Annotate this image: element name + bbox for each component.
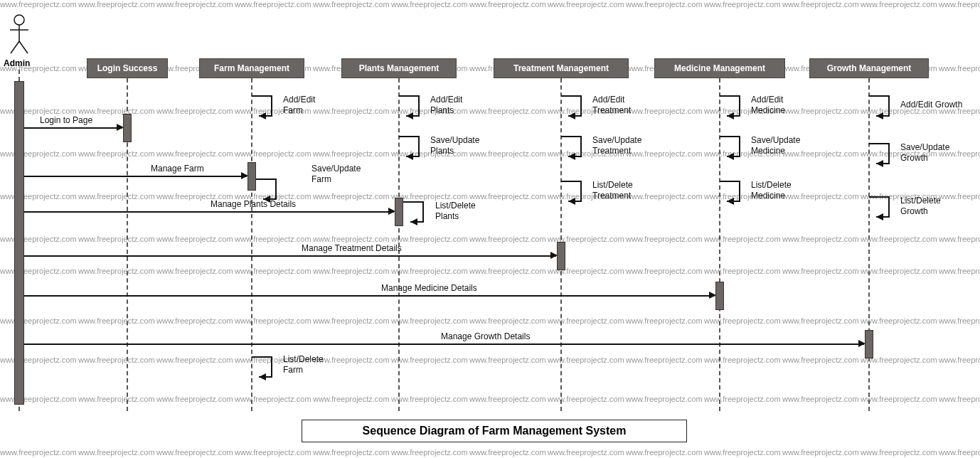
participant-medicine: Medicine Management xyxy=(654,58,785,78)
watermark: www.freeprojectz.com xyxy=(156,235,233,243)
watermark: www.freeprojectz.com xyxy=(0,0,77,9)
watermark: www.freeprojectz.com xyxy=(626,267,703,275)
msg-farm-arrow xyxy=(241,172,248,179)
msg-medicine-line xyxy=(24,295,715,297)
svg-marker-7 xyxy=(259,373,266,380)
watermark: www.freeprojectz.com xyxy=(704,395,781,403)
svg-marker-15 xyxy=(727,153,734,160)
lifeline-medicine xyxy=(719,78,720,411)
watermark: www.freeprojectz.com xyxy=(939,356,980,364)
watermark: www.freeprojectz.com xyxy=(469,235,546,243)
svg-point-0 xyxy=(14,15,24,25)
watermark: www.freeprojectz.com xyxy=(861,0,937,9)
watermark: www.freeprojectz.com xyxy=(78,356,155,364)
self-growth-saveupdate-label: Save/Update xyxy=(900,142,949,152)
watermark: www.freeprojectz.com xyxy=(391,448,468,457)
watermark: www.freeprojectz.com xyxy=(626,395,703,403)
activation-farm xyxy=(247,162,256,191)
watermark: www.freeprojectz.com xyxy=(156,316,233,325)
watermark: www.freeprojectz.com xyxy=(235,235,311,243)
msg-plants-line xyxy=(24,211,394,213)
watermark: www.freeprojectz.com xyxy=(548,448,624,457)
watermark: www.freeprojectz.com xyxy=(626,235,703,243)
watermark: www.freeprojectz.com xyxy=(313,235,390,243)
watermark: www.freeprojectz.com xyxy=(313,267,390,275)
watermark: www.freeprojectz.com xyxy=(626,356,703,364)
watermark: www.freeprojectz.com xyxy=(313,149,390,158)
watermark: www.freeprojectz.com xyxy=(78,395,155,403)
watermark: www.freeprojectz.com xyxy=(391,0,468,9)
lifeline-growth xyxy=(868,78,870,411)
watermark: www.freeprojectz.com xyxy=(469,192,546,201)
msg-login-label: Login to Page xyxy=(40,115,92,125)
svg-marker-16 xyxy=(727,198,734,205)
activation-login xyxy=(123,114,132,142)
self-growth-listdelete-label: List/Delete xyxy=(900,196,941,206)
watermark: www.freeprojectz.com xyxy=(861,235,937,243)
self-growth-addedit-label: Add/Edit Growth xyxy=(900,100,962,110)
participant-plants: Plants Management xyxy=(341,58,457,78)
watermark: www.freeprojectz.com xyxy=(469,316,546,325)
watermark: www.freeprojectz.com xyxy=(391,395,468,403)
svg-marker-14 xyxy=(727,112,734,119)
watermark: www.freeprojectz.com xyxy=(939,316,980,325)
watermark: www.freeprojectz.com xyxy=(469,149,546,158)
svg-marker-19 xyxy=(876,213,883,220)
watermark: www.freeprojectz.com xyxy=(626,448,703,457)
watermark: www.freeprojectz.com xyxy=(782,267,859,275)
watermark: www.freeprojectz.com xyxy=(782,356,859,364)
watermark: www.freeprojectz.com xyxy=(548,316,624,325)
watermark: www.freeprojectz.com xyxy=(939,395,980,403)
watermark: www.freeprojectz.com xyxy=(156,356,233,364)
watermark: www.freeprojectz.com xyxy=(313,356,390,364)
watermark: www.freeprojectz.com xyxy=(704,316,781,325)
activation-growth xyxy=(865,330,873,358)
watermark: www.freeprojectz.com xyxy=(782,395,859,403)
self-farm-saveupdate-label: Save/Update xyxy=(311,164,361,174)
watermark: www.freeprojectz.com xyxy=(861,448,937,457)
participant-farm: Farm Management xyxy=(199,58,304,78)
watermark: www.freeprojectz.com xyxy=(313,192,390,201)
watermark: www.freeprojectz.com xyxy=(469,395,546,403)
watermark: www.freeprojectz.com xyxy=(782,0,859,9)
self-farm-listdelete-label: List/Delete xyxy=(283,354,324,364)
watermark: www.freeprojectz.com xyxy=(861,316,937,325)
msg-treatment-label: Manage Treatment Details xyxy=(302,243,402,253)
watermark: www.freeprojectz.com xyxy=(861,395,937,403)
watermark: www.freeprojectz.com xyxy=(548,395,624,403)
watermark: www.freeprojectz.com xyxy=(235,267,311,275)
msg-farm-label: Manage Farm xyxy=(151,164,204,174)
watermark: www.freeprojectz.com xyxy=(939,448,980,457)
actor-admin-label: Admin xyxy=(4,58,30,68)
watermark: www.freeprojectz.com xyxy=(939,192,980,201)
self-plants-addedit-label: Add/Edit xyxy=(430,95,462,105)
watermark: www.freeprojectz.com xyxy=(313,107,390,115)
activation-plants xyxy=(395,198,403,226)
self-plants-listdelete-label: List/Delete xyxy=(435,201,476,211)
svg-marker-9 xyxy=(406,153,413,160)
svg-line-4 xyxy=(19,41,28,53)
watermark: www.freeprojectz.com xyxy=(939,267,980,275)
watermark: www.freeprojectz.com xyxy=(0,448,77,457)
watermark: www.freeprojectz.com xyxy=(704,356,781,364)
watermark: www.freeprojectz.com xyxy=(0,267,77,275)
svg-marker-17 xyxy=(876,112,883,119)
msg-growth-arrow xyxy=(858,340,866,347)
watermark: www.freeprojectz.com xyxy=(391,356,468,364)
watermark: www.freeprojectz.com xyxy=(78,267,155,275)
svg-marker-8 xyxy=(406,112,413,119)
watermark: www.freeprojectz.com xyxy=(939,64,980,73)
watermark: www.freeprojectz.com xyxy=(156,267,233,275)
watermark: www.freeprojectz.com xyxy=(235,395,311,403)
watermark: www.freeprojectz.com xyxy=(861,267,937,275)
watermark: www.freeprojectz.com xyxy=(469,267,546,275)
self-treatment-saveupdate-label: Save/Update xyxy=(592,135,641,145)
svg-marker-13 xyxy=(568,198,575,205)
watermark: www.freeprojectz.com xyxy=(626,316,703,325)
svg-marker-10 xyxy=(410,218,417,225)
svg-line-3 xyxy=(11,41,19,53)
watermark: www.freeprojectz.com xyxy=(156,0,233,9)
watermark: www.freeprojectz.com xyxy=(78,235,155,243)
watermark: www.freeprojectz.com xyxy=(782,107,859,115)
msg-login-arrow xyxy=(117,124,124,131)
